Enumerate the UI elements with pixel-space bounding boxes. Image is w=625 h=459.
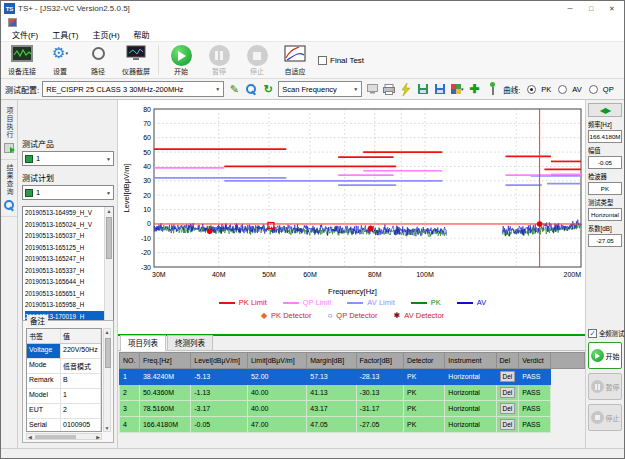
remark-row[interactable]: EUT2	[27, 404, 101, 419]
results-scrollbar[interactable]: ▲ ▼	[104, 207, 113, 325]
product-label: 测试产品	[22, 138, 114, 149]
legend-item: PK Limit	[219, 298, 267, 307]
remark-hscrollbar[interactable]: ◀▶	[26, 433, 102, 440]
monitor-button[interactable]	[365, 81, 379, 97]
path-button[interactable]: 路径	[79, 43, 117, 77]
refresh-config-button[interactable]: ↻	[261, 81, 275, 97]
result-item[interactable]: 20190513-165024_H_V	[25, 219, 104, 231]
main-toolbar: 设备连接 ⚙▾ 设置 路径 仪器截屏 开始 暂停 停止 自适应	[1, 42, 624, 79]
column-header[interactable]: Limit[dBμV/m]	[247, 353, 306, 369]
search-config-button[interactable]	[244, 81, 258, 97]
column-header[interactable]: NO.	[120, 353, 140, 369]
column-header[interactable]: Level[dBμV/m]	[191, 353, 248, 369]
result-item[interactable]: 20190513-165037_H	[25, 230, 104, 242]
remark-vscrollbar[interactable]: ▲▼	[103, 328, 111, 432]
stop-button[interactable]: 停止	[238, 43, 276, 77]
tab-project-list[interactable]: 项目列表	[120, 335, 166, 351]
svg-text:-30: -30	[141, 264, 151, 271]
scroll-thumb[interactable]	[106, 217, 112, 259]
edit-config-button[interactable]: ✎	[227, 81, 241, 97]
start-button[interactable]: 开始	[162, 43, 200, 77]
pause-button[interactable]: 暂停	[200, 43, 238, 77]
scroll-up-icon[interactable]: ▲	[105, 207, 113, 215]
remark-row[interactable]: RemarkB	[27, 374, 101, 389]
left-panel: 测试产品 1 ▼ 测试计划 1 ▼ 20190513-164959_H_V201…	[18, 100, 118, 448]
scroll-thumb[interactable]	[35, 435, 76, 439]
radio-qp[interactable]	[589, 85, 598, 94]
menu-home[interactable]: 主页(H)	[85, 28, 126, 41]
settings-button[interactable]: ⚙▾ 设置	[41, 43, 79, 77]
print-button[interactable]	[382, 81, 396, 97]
table-row[interactable]: 4166.4180M-0.0547.0047.05-27.05PKHorizon…	[120, 417, 585, 433]
tab-final-list[interactable]: 终测列表	[167, 335, 213, 350]
delete-button[interactable]: Del	[500, 403, 516, 414]
product-select[interactable]: 1 ▼	[22, 151, 114, 166]
instrument-screenshot-button[interactable]: 仪器截屏	[117, 43, 155, 77]
marker-jump-button[interactable]: ◀▶	[588, 103, 622, 117]
palette-button[interactable]: ▾	[450, 81, 464, 97]
result-item[interactable]: 20190513-165125_H	[25, 242, 104, 254]
mdi-child-icon[interactable]	[8, 18, 17, 27]
radio-pk[interactable]	[527, 85, 536, 94]
column-header[interactable]: Verdict	[519, 353, 551, 369]
pin-marker-button[interactable]	[484, 81, 498, 97]
column-header[interactable]: Freq.[Hz]	[139, 353, 190, 369]
add-button[interactable]: ✚	[467, 81, 481, 97]
result-item[interactable]: 20190513-165958_H	[25, 299, 104, 311]
result-item[interactable]: 20190513-165247_H	[25, 253, 104, 265]
maximize-button[interactable]: □	[582, 2, 600, 15]
column-header[interactable]: Detector	[403, 353, 444, 369]
plan-select[interactable]: 1 ▼	[22, 185, 114, 200]
remark-row[interactable]: Voltage220V/50Hz	[27, 344, 101, 359]
quick-test-button[interactable]	[399, 81, 413, 97]
adaptive-button[interactable]: 自适应	[276, 43, 314, 77]
table-row[interactable]: 250.4360M-1.1340.0041.13-30.13PKHorizont…	[120, 385, 585, 401]
test-config-select[interactable]: RE_CISPR 25 CLASS 3 30MHz-200MHz▼	[42, 81, 224, 97]
detector-value: PK	[588, 182, 622, 195]
close-button[interactable]: ✕	[603, 2, 621, 15]
device-connect-button[interactable]: 设备连接	[3, 43, 41, 77]
column-header[interactable]: Instrument	[445, 353, 496, 369]
freq-label: 频率[Hz]	[588, 120, 622, 129]
result-item[interactable]: 20190513-164959_H_V	[25, 207, 104, 219]
final-test-checkbox-row[interactable]: Final Test	[318, 56, 364, 65]
result-item[interactable]: 20190513-165651_H	[25, 288, 104, 300]
factor-label: 系数[dB]	[588, 224, 622, 233]
menu-tools[interactable]: 工具(T)	[45, 28, 85, 41]
remark-row[interactable]: Serial0100905	[27, 419, 101, 432]
detector-label: 检波器	[588, 172, 622, 181]
tab-project-run[interactable]: 项目执行	[1, 103, 17, 160]
menu-file[interactable]: 文件(F)	[5, 28, 45, 41]
config-bar: 测试配置: RE_CISPR 25 CLASS 3 30MHz-200MHz▼ …	[1, 79, 624, 100]
radio-av[interactable]	[558, 85, 567, 94]
save-blue-button[interactable]	[433, 81, 447, 97]
table-row[interactable]: 378.5160M-3.1740.0043.17-31.17PKHorizont…	[120, 401, 585, 417]
delete-button[interactable]: Del	[500, 387, 516, 398]
pause-test-button[interactable]: 暂停	[588, 373, 622, 400]
fullband-checkbox-row[interactable]: ✓ 全频测试	[588, 329, 624, 338]
column-header[interactable]: Factor[dB]	[356, 353, 403, 369]
save-green-button[interactable]	[416, 81, 430, 97]
column-header[interactable]: Margin[dB]	[307, 353, 356, 369]
result-item[interactable]: 20190513-165337_H	[25, 265, 104, 277]
remark-table: 书签值Voltage220V/50HzMode低音模式RemarkBModel1…	[26, 328, 102, 432]
scan-mode-select[interactable]: Scan Frequency▼	[278, 81, 362, 97]
column-header[interactable]: Del	[496, 353, 519, 369]
tab-result-query[interactable]: 结果查询	[1, 160, 17, 217]
emi-chart[interactable]: -30-20-100102030405060708030M40M50M60M80…	[120, 103, 590, 284]
remark-row[interactable]: Mode低音模式	[27, 359, 101, 374]
menu-help[interactable]: 帮助	[127, 28, 157, 41]
remark-row[interactable]: Model1	[27, 389, 101, 404]
lightning-icon	[401, 83, 411, 96]
fullband-checkbox[interactable]: ✓	[588, 329, 597, 338]
delete-button[interactable]: Del	[500, 371, 516, 382]
table-row[interactable]: 138.4240M-5.1352.0057.13-28.13PKHorizont…	[120, 369, 585, 385]
factor-value: -27.05	[588, 234, 622, 247]
stop-test-button[interactable]: 停止	[588, 404, 622, 431]
final-test-label: Final Test	[330, 56, 364, 65]
start-test-button[interactable]: 开始	[588, 342, 622, 369]
final-test-checkbox[interactable]	[318, 56, 327, 65]
minimize-button[interactable]: ─	[561, 2, 579, 15]
delete-button[interactable]: Del	[500, 419, 516, 430]
result-item[interactable]: 20190513-165644_H	[25, 276, 104, 288]
